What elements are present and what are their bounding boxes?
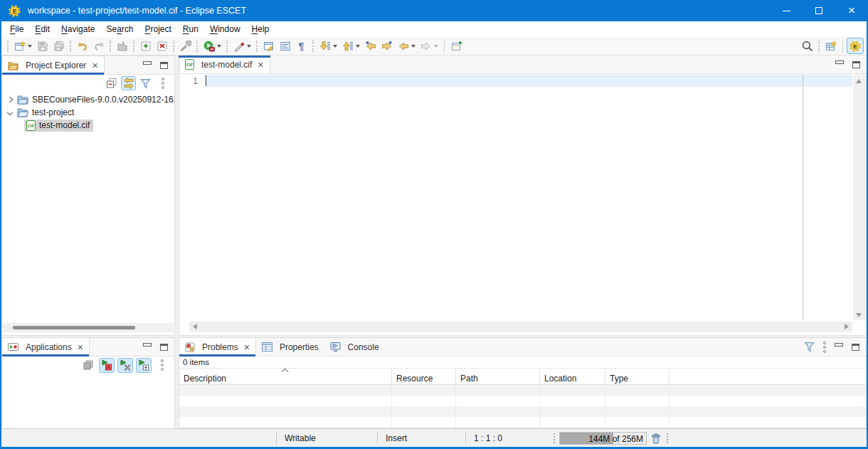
chevron-down-icon[interactable] xyxy=(7,110,13,115)
tab-problems[interactable]: Problems × xyxy=(179,338,256,356)
toolbar-grip[interactable] xyxy=(818,41,820,52)
tab-project-explorer[interactable]: Project Explorer × xyxy=(2,56,105,74)
menu-navigate[interactable]: Navigate xyxy=(55,22,100,36)
tree-item-sbecoursefiles[interactable]: SBECourseFiles-9.0.0.v20250912-16241 xyxy=(2,93,174,106)
collapse-all-button[interactable] xyxy=(104,76,119,90)
menu-project[interactable]: Project xyxy=(139,22,176,36)
add-item-button[interactable] xyxy=(137,38,154,54)
toolbar-grip[interactable] xyxy=(133,41,134,52)
maximize-view-button[interactable] xyxy=(160,62,168,69)
toolbar-grip[interactable] xyxy=(173,41,174,52)
toolbar-grip[interactable] xyxy=(196,41,198,52)
scroll-left-icon[interactable] xyxy=(193,324,197,329)
next-edit-location-button[interactable] xyxy=(379,38,395,54)
scroll-right-icon[interactable] xyxy=(845,324,849,329)
explorer-horizontal-scrollbar[interactable] xyxy=(3,323,174,332)
tab-properties[interactable]: Properties xyxy=(256,338,324,356)
column-resource[interactable]: Resource xyxy=(392,369,456,384)
pin-editor-button[interactable] xyxy=(448,38,465,54)
filter-icon[interactable] xyxy=(804,342,815,352)
remove-application-button[interactable] xyxy=(117,358,133,373)
toolbar-grip[interactable] xyxy=(226,41,228,52)
external-tools-button[interactable] xyxy=(231,38,247,54)
tab-test-model-cif[interactable]: CIF test-model.cif × xyxy=(179,56,270,73)
tab-console[interactable]: Console xyxy=(324,338,385,356)
minimize-view-button[interactable] xyxy=(835,343,843,347)
close-tab-icon[interactable]: × xyxy=(78,342,83,352)
redo-button[interactable] xyxy=(90,38,107,54)
column-type[interactable]: Type xyxy=(605,369,669,384)
title-bar[interactable]: E workspace - test-project/test-model.ci… xyxy=(0,0,868,21)
forward-dropdown[interactable] xyxy=(434,45,438,48)
column-description[interactable]: Description xyxy=(179,369,392,384)
toolbar-grip[interactable] xyxy=(7,41,9,52)
previous-edit-location-button[interactable] xyxy=(362,38,379,54)
column-path[interactable]: Path xyxy=(456,369,540,384)
maximize-window-button[interactable] xyxy=(803,0,835,21)
menu-window[interactable]: Window xyxy=(204,22,246,36)
open-perspective-button[interactable] xyxy=(822,38,839,54)
back-button[interactable] xyxy=(395,38,411,54)
minimize-view-button[interactable] xyxy=(143,61,152,65)
new-wizard-dropdown[interactable] xyxy=(28,45,32,48)
menu-search[interactable]: Search xyxy=(100,22,139,36)
heap-status-widget[interactable]: 144M of 256M xyxy=(559,432,647,445)
close-tab-icon[interactable]: × xyxy=(244,342,250,352)
menu-run[interactable]: Run xyxy=(177,22,204,36)
save-all-button[interactable] xyxy=(51,38,67,54)
save-button[interactable] xyxy=(34,38,51,54)
back-dropdown[interactable] xyxy=(411,45,416,48)
wrench-button[interactable] xyxy=(177,38,194,54)
escet-perspective-button[interactable]: E xyxy=(847,38,864,54)
editor-vertical-scrollbar[interactable] xyxy=(853,75,865,320)
scroll-down-icon[interactable] xyxy=(856,313,862,317)
external-tools-dropdown[interactable] xyxy=(247,45,251,48)
next-annotation-button[interactable] xyxy=(317,38,333,54)
text-editor[interactable]: 1 xyxy=(179,74,867,336)
tree-item-test-project[interactable]: test-project xyxy=(2,106,174,119)
menu-file[interactable]: File xyxy=(4,22,29,36)
minimize-view-button[interactable] xyxy=(143,343,152,347)
toolbar-grip[interactable] xyxy=(110,41,111,52)
close-tab-icon[interactable]: × xyxy=(92,60,97,70)
view-menu-button[interactable] xyxy=(155,76,170,90)
run-garbage-collector-button[interactable] xyxy=(650,433,662,445)
menu-help[interactable]: Help xyxy=(246,22,275,36)
toolbar-grip[interactable] xyxy=(70,41,71,52)
applications-content[interactable] xyxy=(2,374,174,429)
status-grip[interactable] xyxy=(554,433,555,443)
undo-button[interactable] xyxy=(74,38,90,54)
forward-button[interactable] xyxy=(418,38,434,54)
view-menu-icon[interactable] xyxy=(823,342,826,353)
show-whitespace-button[interactable]: ¶ xyxy=(293,38,309,54)
previous-annotation-dropdown[interactable] xyxy=(356,45,360,48)
minimize-window-button[interactable] xyxy=(770,0,803,21)
menu-edit[interactable]: Edit xyxy=(29,22,55,36)
editor-horizontal-scrollbar[interactable] xyxy=(189,322,852,332)
filter-button[interactable] xyxy=(138,76,153,90)
maximize-view-button[interactable] xyxy=(160,344,168,351)
toolbar-grip[interactable] xyxy=(256,41,258,52)
mark-occurrences-button[interactable] xyxy=(260,38,277,54)
minimize-editor-button[interactable] xyxy=(835,60,844,64)
view-menu-button[interactable] xyxy=(154,358,170,373)
scroll-up-icon[interactable] xyxy=(856,79,862,83)
next-annotation-dropdown[interactable] xyxy=(333,45,337,48)
close-window-button[interactable]: × xyxy=(835,0,868,21)
block-selection-button[interactable] xyxy=(277,38,293,54)
previous-annotation-button[interactable] xyxy=(339,38,356,54)
stacked-windows-button[interactable] xyxy=(80,358,96,373)
column-location[interactable]: Location xyxy=(540,369,605,384)
tab-applications[interactable]: Applications × xyxy=(2,338,90,356)
link-with-editor-button[interactable] xyxy=(121,76,136,90)
run-button[interactable] xyxy=(201,38,217,54)
run-dropdown[interactable] xyxy=(217,45,221,48)
maximize-editor-button[interactable] xyxy=(852,61,860,68)
chevron-right-icon[interactable] xyxy=(7,97,13,102)
scrollbar-thumb[interactable] xyxy=(13,326,135,329)
auto-expand-application-button[interactable] xyxy=(136,358,152,373)
maximize-view-button[interactable] xyxy=(852,344,859,351)
new-wizard-button[interactable] xyxy=(11,38,28,54)
tree-item-test-model[interactable]: CIF test-model.cif xyxy=(2,119,174,132)
toolbar-grip[interactable] xyxy=(312,41,314,52)
